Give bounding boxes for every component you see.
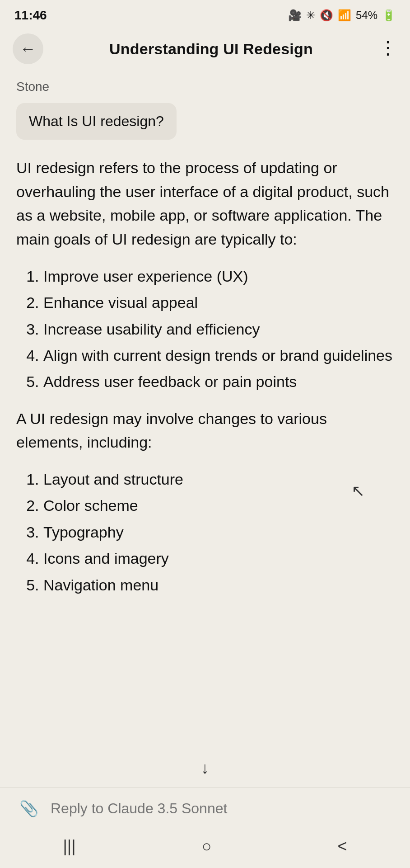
video-icon: 🎥 bbox=[288, 9, 302, 22]
goals-list: Improve user experience (UX) Enhance vis… bbox=[16, 264, 394, 394]
more-options-button[interactable]: ⋮ bbox=[379, 42, 397, 56]
list-item: Color scheme bbox=[43, 493, 394, 518]
status-bar: 11:46 🎥 ✳ 🔇 📶 54% 🔋 bbox=[0, 0, 410, 27]
list-item: Icons and imagery bbox=[43, 546, 394, 571]
back-icon: ← bbox=[20, 41, 36, 57]
nav-bar: ← Understanding UI Redesign ⋮ bbox=[0, 27, 410, 71]
sender-name: Stone bbox=[16, 80, 394, 94]
nav-home-button[interactable]: ○ bbox=[202, 837, 212, 856]
mute-icon: 🔇 bbox=[320, 9, 333, 22]
list-item: Layout and structure bbox=[43, 467, 394, 491]
attachment-icon: 📎 bbox=[19, 799, 38, 817]
back-button[interactable]: ← bbox=[13, 33, 43, 64]
question-text: What Is UI redesign? bbox=[29, 113, 164, 129]
elements-list: Layout and structure Color scheme Typogr… bbox=[16, 467, 394, 597]
battery-icon: 🔋 bbox=[382, 9, 396, 22]
cursor-icon: ↖ bbox=[351, 481, 365, 500]
bottom-nav: ||| ○ < bbox=[0, 829, 410, 868]
nav-menu-button[interactable]: ||| bbox=[63, 837, 76, 856]
nav-back-button[interactable]: < bbox=[337, 837, 347, 856]
attachment-button[interactable]: 📎 bbox=[16, 796, 42, 821]
wifi-icon: 📶 bbox=[338, 9, 351, 22]
bluetooth-icon: ✳ bbox=[306, 9, 315, 22]
reply-bar: 📎 bbox=[0, 787, 410, 829]
content-area: Stone What Is UI redesign? UI redesign r… bbox=[0, 71, 410, 868]
question-bubble: What Is UI redesign? bbox=[16, 103, 177, 140]
response-paragraph-2: A UI redesign may involve changes to var… bbox=[16, 407, 394, 454]
list-item: Enhance visual appeal bbox=[43, 290, 394, 315]
status-time: 11:46 bbox=[14, 8, 47, 23]
response-paragraph-1: UI redesign refers to the process of upd… bbox=[16, 156, 394, 251]
battery-text: 54% bbox=[356, 9, 377, 22]
list-item: Align with current design trends or bran… bbox=[43, 343, 394, 368]
scroll-down-icon: ↓ bbox=[201, 759, 209, 778]
reply-input[interactable] bbox=[51, 800, 394, 817]
list-item: Improve user experience (UX) bbox=[43, 264, 394, 288]
list-item: Increase usability and efficiency bbox=[43, 317, 394, 341]
list-item: Address user feedback or pain points bbox=[43, 369, 394, 394]
status-icons: 🎥 ✳ 🔇 📶 54% 🔋 bbox=[288, 9, 396, 22]
list-item: Typography bbox=[43, 520, 394, 544]
list-item: Navigation menu bbox=[43, 573, 394, 597]
page-title: Understanding UI Redesign bbox=[109, 40, 313, 58]
